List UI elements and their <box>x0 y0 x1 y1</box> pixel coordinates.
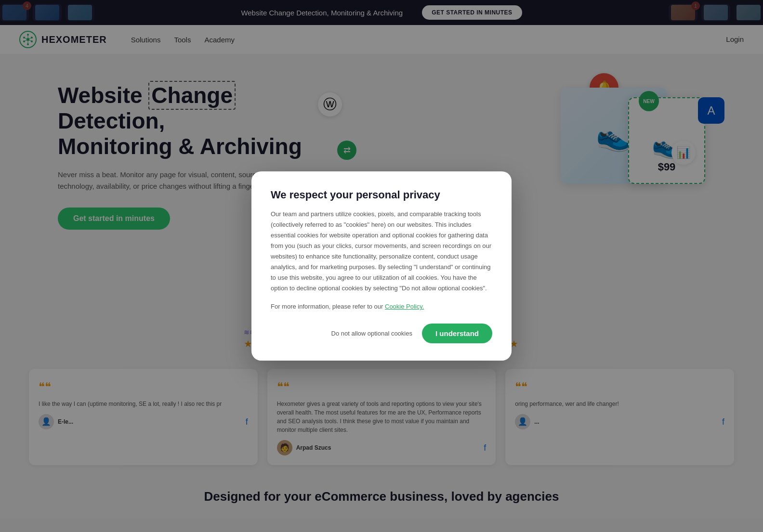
cookie-policy-link[interactable]: Cookie Policy. <box>385 303 424 310</box>
modal-overlay: We respect your personal privacy Our tea… <box>0 0 763 519</box>
modal-title: We respect your personal privacy <box>271 189 492 201</box>
modal-body: Our team and partners utilize cookies, p… <box>271 209 492 294</box>
cookie-modal: We respect your personal privacy Our tea… <box>251 171 512 361</box>
modal-body-text: Our team and partners utilize cookies, p… <box>271 210 491 292</box>
accept-button[interactable]: I understand <box>422 324 492 343</box>
modal-policy-text: For more information, please refer to ou… <box>271 301 492 312</box>
modal-actions: Do not allow optional cookies I understa… <box>271 324 492 343</box>
decline-button[interactable]: Do not allow optional cookies <box>331 330 412 337</box>
